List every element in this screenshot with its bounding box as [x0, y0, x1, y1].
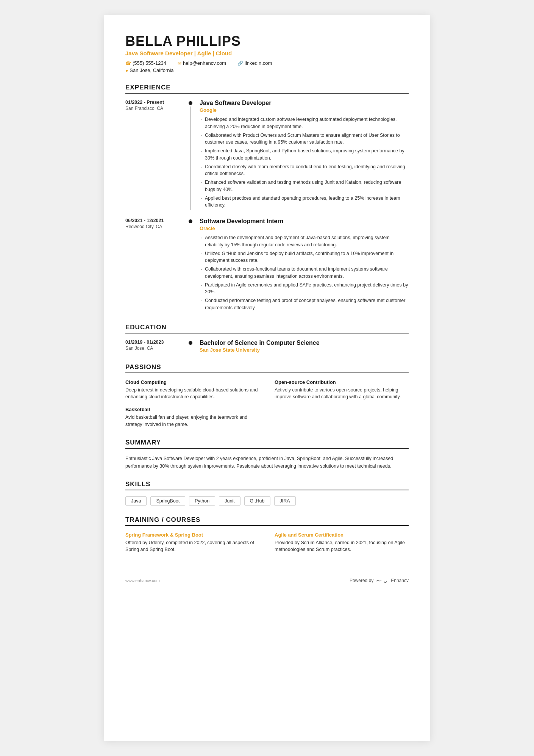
training-title-2: Agile and Scrum Certification	[275, 532, 409, 538]
footer-website: www.enhancv.com	[125, 578, 160, 583]
exp-bullets-2: Assisted in the development and deployme…	[200, 234, 409, 311]
phone-contact: ☎ (555) 555-1234	[125, 60, 166, 66]
skill-python: Python	[189, 496, 215, 506]
exp-dot-2	[189, 219, 192, 223]
exp-location-2: Redwood City, CA	[125, 224, 186, 229]
passion-title-1: Cloud Computing	[125, 379, 259, 385]
exp-bullets-1: Developed and integrated custom software…	[200, 116, 409, 209]
edu-dot-1	[189, 341, 192, 345]
exp-job-title-1: Java Software Developer	[200, 100, 409, 106]
skill-java: Java	[125, 496, 147, 506]
bullet-2-5: Conducted performance testing and proof …	[200, 297, 409, 311]
candidate-title: Java Software Developer | Agile | Cloud	[125, 50, 409, 56]
summary-text: Enthusiastic Java Software Developer wit…	[125, 455, 409, 470]
bullet-2-3: Collaborated with cross-functional teams…	[200, 266, 409, 280]
resume-container: BELLA PHILLIPS Java Software Developer |…	[104, 15, 430, 741]
edu-left-1: 01/2019 - 01/2023 San Jose, CA	[125, 340, 186, 353]
passion-item-1: Cloud Computing Deep interest in develop…	[125, 379, 259, 401]
exp-center-2	[186, 218, 195, 313]
exp-line-1	[190, 106, 191, 210]
edu-date-1: 01/2019 - 01/2023	[125, 340, 186, 345]
exp-job-title-2: Software Development Intern	[200, 218, 409, 225]
brand-name: Enhancv	[391, 578, 409, 583]
phone-number: (555) 555-1234	[133, 60, 166, 66]
link-icon: 🔗	[237, 61, 243, 66]
exp-center-1	[186, 100, 195, 210]
bullet-2-2: Utilized GitHub and Jenkins to deploy bu…	[200, 250, 409, 265]
linkedin-contact: 🔗 linkedin.com	[237, 60, 272, 66]
education-section: EDUCATION 01/2019 - 01/2023 San Jose, CA…	[125, 324, 409, 353]
summary-section: SUMMARY Enthusiastic Java Software Devel…	[125, 439, 409, 470]
bullet-1-4: Coordinated closely with team members to…	[200, 163, 409, 178]
exp-left-2: 06/2021 - 12/2021 Redwood City, CA	[125, 218, 186, 313]
enhancv-logo-icon: ∼⌄	[376, 576, 389, 585]
skills-section: SKILLS Java SpringBoot Python Junit GitH…	[125, 481, 409, 506]
email-contact: ✉ help@enhancv.com	[178, 60, 226, 66]
email-icon: ✉	[178, 61, 181, 66]
phone-icon: ☎	[125, 61, 131, 66]
passion-desc-1: Deep interest in developing scalable clo…	[125, 387, 259, 401]
exp-right-2: Software Development Intern Oracle Assis…	[195, 218, 409, 313]
bullet-2-1: Assisted in the development and deployme…	[200, 234, 409, 249]
summary-section-title: SUMMARY	[125, 439, 409, 449]
location-icon: ●	[125, 68, 128, 73]
candidate-name: BELLA PHILLIPS	[125, 33, 409, 49]
training-desc-2: Provided by Scrum Alliance, earned in 20…	[275, 539, 409, 554]
footer: www.enhancv.com Powered by ∼⌄ Enhancv	[125, 576, 409, 585]
passions-section-title: PASSIONS	[125, 363, 409, 373]
training-desc-1: Offered by Udemy, completed in 2022, cov…	[125, 539, 259, 554]
exp-right-1: Java Software Developer Google Developed…	[195, 100, 409, 210]
bullet-1-6: Applied best practices and standard oper…	[200, 195, 409, 209]
skills-list: Java SpringBoot Python Junit GitHub JIRA	[125, 496, 409, 506]
header-contacts: ☎ (555) 555-1234 ✉ help@enhancv.com 🔗 li…	[125, 60, 409, 66]
header-location-row: ● San Jose, California	[125, 67, 409, 73]
bullet-2-4: Participated in Agile ceremonies and app…	[200, 282, 409, 296]
exp-date-1: 01/2022 - Present	[125, 100, 186, 105]
training-section-title: TRAINING / COURSES	[125, 516, 409, 526]
skill-junit: Junit	[219, 496, 240, 506]
education-item-1: 01/2019 - 01/2023 San Jose, CA Bachelor …	[125, 340, 409, 353]
bullet-1-5: Enhanced software validation and testing…	[200, 179, 409, 193]
passions-grid: Cloud Computing Deep interest in develop…	[125, 379, 409, 428]
skills-section-title: SKILLS	[125, 481, 409, 490]
experience-item-2: 06/2021 - 12/2021 Redwood City, CA Softw…	[125, 218, 409, 313]
location-text: San Jose, California	[130, 67, 173, 73]
exp-date-2: 06/2021 - 12/2021	[125, 218, 186, 223]
exp-location-1: San Francisco, CA	[125, 106, 186, 111]
experience-section-title: EXPERIENCE	[125, 84, 409, 94]
passions-section: PASSIONS Cloud Computing Deep interest i…	[125, 363, 409, 428]
edu-right-1: Bachelor of Science in Computer Science …	[195, 340, 409, 353]
training-item-2: Agile and Scrum Certification Provided b…	[275, 532, 409, 554]
footer-logo: Powered by ∼⌄ Enhancv	[350, 576, 409, 585]
skill-github: GitHub	[244, 496, 270, 506]
exp-left-1: 01/2022 - Present San Francisco, CA	[125, 100, 186, 210]
edu-center-1	[186, 340, 195, 353]
edu-degree-1: Bachelor of Science in Computer Science	[200, 340, 409, 346]
bullet-1-1: Developed and integrated custom software…	[200, 116, 409, 130]
skill-jira: JIRA	[274, 496, 296, 506]
bullet-1-2: Collaborated with Product Owners and Scr…	[200, 132, 409, 146]
passion-title-3: Basketball	[125, 407, 259, 412]
email-address: help@enhancv.com	[183, 60, 226, 66]
exp-company-1: Google	[200, 107, 409, 113]
exp-dot-1	[189, 101, 192, 105]
passion-item-2: Open-source Contribution Actively contri…	[275, 379, 409, 401]
edu-location-1: San Jose, CA	[125, 346, 186, 351]
header: BELLA PHILLIPS Java Software Developer |…	[125, 33, 409, 73]
experience-section: EXPERIENCE 01/2022 - Present San Francis…	[125, 84, 409, 313]
passion-desc-2: Actively contribute to various open-sour…	[275, 387, 409, 401]
bullet-1-3: Implemented Java, SpringBoot, and Python…	[200, 147, 409, 162]
passion-title-2: Open-source Contribution	[275, 379, 409, 385]
linkedin-url: linkedin.com	[245, 60, 272, 66]
exp-company-2: Oracle	[200, 225, 409, 231]
training-title-1: Spring Framework & Spring Boot	[125, 532, 259, 538]
experience-item-1: 01/2022 - Present San Francisco, CA Java…	[125, 100, 409, 210]
skill-springboot: SpringBoot	[150, 496, 185, 506]
powered-by-text: Powered by	[350, 578, 373, 583]
location-contact: ● San Jose, California	[125, 67, 174, 73]
edu-university-1: San Jose State University	[200, 347, 409, 353]
passion-desc-3: Avid basketball fan and player, enjoying…	[125, 414, 259, 428]
training-item-1: Spring Framework & Spring Boot Offered b…	[125, 532, 259, 554]
training-grid: Spring Framework & Spring Boot Offered b…	[125, 532, 409, 554]
passion-item-3: Basketball Avid basketball fan and playe…	[125, 407, 259, 428]
